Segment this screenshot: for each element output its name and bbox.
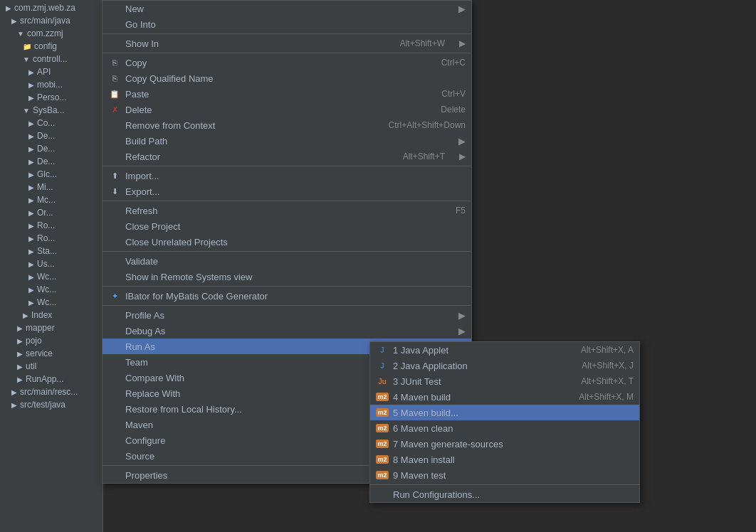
copy-qname-icon: ⎘ — [108, 74, 121, 83]
expand-icon: ▶ — [28, 119, 34, 127]
sidebar-item-index[interactable]: ▶Index — [0, 309, 103, 321]
submenu-item-maven-install[interactable]: m2 8 Maven install — [370, 452, 639, 467]
sidebar-item-controller[interactable]: ▼ controll... — [0, 53, 103, 65]
menu-item-build-path[interactable]: Build Path ▶ — [103, 133, 471, 149]
menu-item-delete[interactable]: ✗ Delete Delete — [103, 102, 471, 117]
expand-icon: ▶ — [11, 401, 17, 409]
expand-icon: ▶ — [28, 209, 34, 217]
sidebar-item-src-resc[interactable]: ▶src/main/resc... — [0, 385, 103, 398]
copy-shortcut: Ctrl+C — [427, 58, 466, 68]
menu-item-import[interactable]: ⬆ Import... — [103, 168, 471, 183]
folder-icon: ▶ — [17, 350, 23, 358]
menu-item-show-in[interactable]: Show In Alt+Shift+W▶ — [103, 36, 471, 51]
sidebar-item-or[interactable]: ▶Or... — [0, 206, 103, 219]
refactor-shortcut: Alt+Shift+T▶ — [403, 151, 466, 161]
menu-item-close-unrelated[interactable]: Close Unrelated Projects — [103, 234, 471, 250]
build-path-arrow: ▶ — [458, 136, 466, 147]
menu-item-copy-qualified-name[interactable]: ⎘ Copy Qualified Name — [103, 70, 471, 86]
submenu-item-junit[interactable]: Ju 3 JUnit Test Alt+Shift+X, T — [370, 373, 639, 389]
menu-item-new[interactable]: New ▶ — [103, 1, 471, 16]
paste-icon: 📋 — [108, 90, 121, 99]
sidebar-item-ro1[interactable]: ▶Ro... — [0, 219, 103, 232]
submenu-arrow: ▶ — [458, 4, 466, 14]
sidebar-item-wc1[interactable]: ▶Wc... — [0, 270, 103, 283]
sidebar-item-de1[interactable]: ▶De... — [0, 129, 103, 142]
menu-item-ibator[interactable]: ✦ IBator for MyBatis Code Generator — [103, 288, 471, 304]
expand-icon: ▶ — [28, 248, 34, 255]
sidebar-item-wc3[interactable]: ▶Wc... — [0, 296, 103, 309]
sidebar-item-perso[interactable]: ▶ Perso... — [0, 91, 103, 104]
sidebar-item-root[interactable]: ▶ com.zmj.web.za — [0, 1, 103, 14]
sidebar-item-us[interactable]: ▶Us... — [0, 257, 103, 270]
sidebar-item-ro2[interactable]: ▶Ro... — [0, 232, 103, 245]
expand-icon: ▶ — [28, 81, 34, 89]
export-icon: ⬇ — [108, 187, 121, 196]
submenu-item-java-app[interactable]: J 2 Java Application Alt+Shift+X, J — [370, 358, 639, 373]
refresh-shortcut: F5 — [441, 206, 466, 216]
file-icon: ▶ — [17, 376, 23, 383]
submenu-item-java-applet[interactable]: J 1 Java Applet Alt+Shift+X, A — [370, 342, 639, 358]
copy-icon: ⎘ — [108, 58, 121, 67]
delete-icon: ✗ — [108, 105, 121, 115]
submenu-item-maven-test[interactable]: m2 9 Maven test — [370, 467, 639, 483]
menu-item-copy[interactable]: ⎘ Copy Ctrl+C — [103, 55, 471, 70]
sidebar-item-de2[interactable]: ▶De... — [0, 142, 103, 155]
sidebar-item-glc[interactable]: ▶Glc... — [0, 168, 103, 181]
submenu-item-maven-build-dots[interactable]: m2 5 Maven build... — [370, 405, 639, 420]
sidebar-item-com-zzmj[interactable]: ▼ com.zzmj — [0, 27, 103, 40]
sidebar-item-mobi[interactable]: ▶ mobi... — [0, 78, 103, 91]
sidebar-item-mi[interactable]: ▶Mi... — [0, 181, 103, 193]
sidebar-item-co[interactable]: ▶Co... — [0, 117, 103, 129]
separator-6 — [103, 286, 471, 287]
submenu-item-maven-build[interactable]: m2 4 Maven build Alt+Shift+X, M — [370, 389, 639, 405]
sidebar-item-mapper[interactable]: ▶mapper — [0, 321, 103, 334]
expand-icon: ▶ — [28, 94, 34, 102]
sidebar-item-service[interactable]: ▶service — [0, 347, 103, 360]
sidebar-item-src-test[interactable]: ▶src/test/java — [0, 398, 103, 411]
sidebar-item-wc2[interactable]: ▶Wc... — [0, 283, 103, 296]
expand-icon: ▶ — [28, 68, 34, 76]
sidebar-item-mc[interactable]: ▶Mc... — [0, 193, 103, 206]
sidebar-item-config[interactable]: 📁 config — [0, 40, 103, 53]
expand-icon: ▶ — [28, 196, 34, 204]
submenu-item-run-configs[interactable]: m2 Run Configurations... — [370, 486, 639, 502]
sidebar-item-util[interactable]: ▶util — [0, 360, 103, 373]
sidebar-item-de3[interactable]: ▶De... — [0, 155, 103, 168]
expand-icon: ▶ — [28, 273, 34, 281]
project-sidebar: ▶ com.zmj.web.za ▶ src/main/java ▼ com.z… — [0, 0, 103, 532]
submenu-item-maven-clean[interactable]: m2 6 Maven clean — [370, 420, 639, 436]
maven-gen-sources-badge: m2 — [376, 440, 389, 448]
sidebar-item-src-main[interactable]: ▶ src/main/java — [0, 14, 103, 27]
expand-icon: ▶ — [28, 299, 34, 307]
menu-item-paste[interactable]: 📋 Paste Ctrl+V — [103, 86, 471, 102]
expand-icon: ▶ — [11, 388, 17, 396]
menu-item-refactor[interactable]: Refactor Alt+Shift+T▶ — [103, 149, 471, 164]
menu-item-remove-context[interactable]: Remove from Context Ctrl+Alt+Shift+Down — [103, 117, 471, 133]
expand-icon: ▼ — [17, 30, 24, 38]
profile-as-arrow: ▶ — [458, 310, 466, 321]
separator-7 — [103, 305, 471, 306]
expand-icon: ▶ — [28, 132, 34, 140]
sidebar-item-runapp[interactable]: ▶RunApp... — [0, 373, 103, 385]
folder-icon: ▶ — [17, 337, 23, 345]
separator-2 — [103, 53, 471, 53]
separator-3 — [103, 166, 471, 166]
menu-item-profile-as[interactable]: Profile As ▶ — [103, 307, 471, 323]
submenu-item-maven-gen-sources[interactable]: m2 7 Maven generate-sources — [370, 436, 639, 452]
menu-item-validate[interactable]: Validate — [103, 253, 471, 269]
menu-item-debug-as[interactable]: Debug As ▶ — [103, 323, 471, 339]
junit-shortcut: Alt+Shift+X, T — [581, 376, 634, 386]
expand-icon: ▶ — [28, 145, 34, 153]
menu-item-go-into[interactable]: Go Into — [103, 16, 471, 32]
sidebar-item-sta[interactable]: ▶Sta... — [0, 245, 103, 257]
sidebar-item-api[interactable]: ▶ API — [0, 65, 103, 78]
debug-as-arrow: ▶ — [458, 326, 466, 336]
run-as-submenu: J 1 Java Applet Alt+Shift+X, A J 2 Java … — [369, 341, 640, 503]
sidebar-item-pojo[interactable]: ▶pojo — [0, 334, 103, 347]
menu-item-refresh[interactable]: Refresh F5 — [103, 203, 471, 218]
menu-item-close-project[interactable]: Close Project — [103, 218, 471, 234]
menu-item-export[interactable]: ⬇ Export... — [103, 183, 471, 199]
menu-item-show-remote[interactable]: Show in Remote Systems view — [103, 269, 471, 284]
sidebar-item-sysba[interactable]: ▼ SysBa... — [0, 104, 103, 117]
maven-install-badge: m2 — [376, 455, 389, 464]
